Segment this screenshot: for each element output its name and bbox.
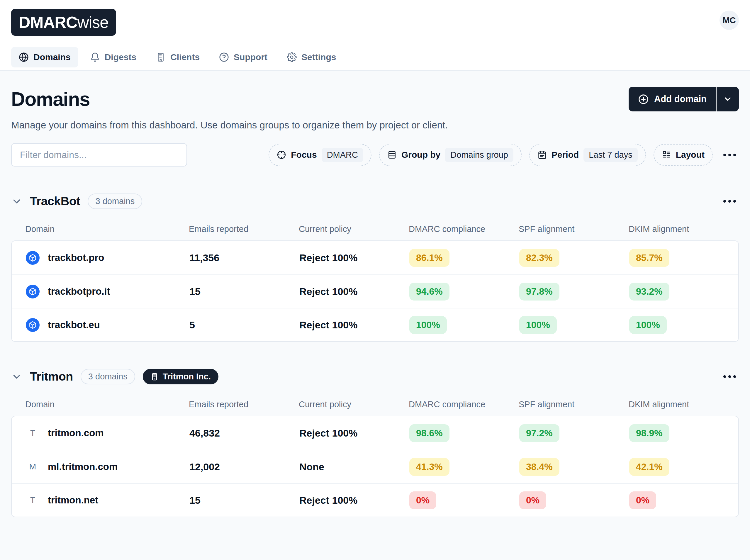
- group-name: TrackBot: [30, 194, 80, 208]
- rows-icon: [387, 150, 397, 160]
- controls-row: Focus DMARC Group by Domains group Perio…: [11, 143, 739, 166]
- dkim-alignment-badge: 98.9%: [629, 424, 669, 442]
- chevron-down-icon: [11, 196, 22, 207]
- tab-support[interactable]: Support: [211, 47, 275, 67]
- domain-letter-avatar: T: [26, 496, 40, 505]
- col-emails: Emails reported: [189, 400, 299, 409]
- ellipsis-icon: [723, 154, 726, 156]
- table-header-row: Domain Emails reported Current policy DM…: [11, 400, 739, 409]
- dkim-alignment-badge: 93.2%: [629, 283, 669, 301]
- dmarc-compliance-badge: 100%: [409, 316, 447, 334]
- building-icon: [150, 373, 159, 381]
- emails-reported: 46,832: [189, 427, 299, 439]
- domain-favicon-cube-icon: [26, 318, 40, 332]
- table-row[interactable]: M ml.tritmon.com 12,002 None 41.3% 38.4%…: [12, 450, 738, 483]
- layout-button[interactable]: Layout: [653, 144, 713, 166]
- tab-clients[interactable]: Clients: [148, 47, 207, 67]
- group-more-button[interactable]: [721, 197, 739, 205]
- table-row[interactable]: trackbot.pro 11,356 Reject 100% 86.1% 82…: [12, 241, 738, 275]
- current-policy: Reject 100%: [299, 286, 409, 297]
- emails-reported: 15: [189, 286, 299, 297]
- domain-name: trackbot.pro: [48, 252, 104, 263]
- domains-table: T tritmon.com 46,832 Reject 100% 98.6% 9…: [11, 416, 739, 517]
- col-domain: Domain: [25, 400, 189, 409]
- col-dmarc: DMARC compliance: [409, 224, 519, 234]
- period-button[interactable]: Period Last 7 days: [529, 144, 646, 166]
- table-row[interactable]: trackbotpro.it 15 Reject 100% 94.6% 97.8…: [12, 275, 738, 308]
- tab-label: Domains: [34, 52, 70, 62]
- domains-group-tritmon: Tritmon 3 domains Tritmon Inc. Domain Em…: [11, 369, 739, 517]
- brand-logo[interactable]: DMARCwise: [11, 9, 116, 36]
- col-spf: SPF alignment: [519, 224, 629, 234]
- spf-alignment-badge: 97.8%: [519, 283, 560, 301]
- group-by-button[interactable]: Group by Domains group: [379, 144, 522, 166]
- domain-name: ml.tritmon.com: [48, 461, 118, 472]
- emails-reported: 11,356: [189, 252, 299, 264]
- dkim-alignment-badge: 42.1%: [629, 458, 669, 476]
- current-policy: Reject 100%: [299, 495, 409, 506]
- ellipsis-icon: [723, 375, 726, 378]
- group-more-button[interactable]: [721, 372, 739, 381]
- focus-value: DMARC: [322, 148, 363, 162]
- collapse-group-button[interactable]: [11, 371, 22, 382]
- user-avatar[interactable]: MC: [719, 11, 739, 30]
- focus-filter-button[interactable]: Focus DMARC: [268, 144, 371, 166]
- bell-icon: [90, 52, 100, 62]
- current-policy: Reject 100%: [299, 319, 409, 331]
- dmarc-compliance-badge: 86.1%: [409, 249, 449, 267]
- emails-reported: 12,002: [189, 461, 299, 473]
- domain-favicon-cube-icon: [26, 251, 40, 265]
- table-row[interactable]: trackbot.eu 5 Reject 100% 100% 100% 100%: [12, 308, 738, 341]
- calendar-icon: [538, 150, 547, 160]
- current-policy: Reject 100%: [299, 427, 409, 439]
- domain-letter-avatar: M: [26, 462, 40, 472]
- current-policy: None: [299, 461, 409, 473]
- col-dmarc: DMARC compliance: [409, 400, 519, 409]
- more-options-button[interactable]: [721, 151, 739, 159]
- brand-logo-bold: DMARC: [19, 13, 77, 32]
- col-dkim: DKIM alignment: [629, 400, 739, 409]
- tab-domains[interactable]: Domains: [11, 47, 78, 67]
- app-header: DMARCwise MC Domains Digests Clients Sup…: [0, 0, 750, 71]
- spf-alignment-badge: 97.2%: [519, 424, 560, 442]
- chevron-down-icon: [11, 371, 22, 382]
- page-subtitle: Manage your domains from this dashboard.…: [11, 120, 739, 131]
- globe-icon: [19, 52, 29, 62]
- tab-label: Digests: [105, 52, 136, 62]
- layout-list-icon: [662, 150, 671, 160]
- dkim-alignment-badge: 85.7%: [629, 249, 669, 267]
- domain-letter-avatar: T: [26, 428, 40, 438]
- organization-name: Tritmon Inc.: [163, 372, 211, 381]
- spf-alignment-badge: 38.4%: [519, 458, 560, 476]
- collapse-group-button[interactable]: [11, 196, 22, 207]
- main-content: Domains Add domain Manage your domains f…: [0, 87, 750, 517]
- add-domain-split-button: Add domain: [629, 87, 739, 112]
- add-domain-button[interactable]: Add domain: [629, 87, 716, 112]
- group-by-label: Group by: [401, 150, 440, 160]
- col-dkim: DKIM alignment: [629, 224, 739, 234]
- dmarc-compliance-badge: 94.6%: [409, 283, 449, 301]
- spf-alignment-badge: 100%: [519, 316, 557, 334]
- tab-settings[interactable]: Settings: [279, 47, 344, 67]
- dmarc-compliance-badge: 98.6%: [409, 424, 449, 442]
- tab-label: Settings: [301, 52, 336, 62]
- dmarc-compliance-badge: 0%: [409, 492, 436, 509]
- dmarc-compliance-badge: 41.3%: [409, 458, 449, 476]
- table-row[interactable]: T tritmon.com 46,832 Reject 100% 98.6% 9…: [12, 416, 738, 450]
- domain-name: trackbot.eu: [48, 319, 100, 331]
- ellipsis-icon: [723, 200, 726, 203]
- main-nav: Domains Digests Clients Support Settings: [11, 47, 739, 71]
- tab-label: Support: [234, 52, 267, 62]
- emails-reported: 15: [189, 495, 299, 506]
- group-by-value: Domains group: [445, 148, 513, 162]
- tab-digests[interactable]: Digests: [82, 47, 144, 67]
- brand-logo-light: wise: [77, 13, 108, 32]
- building-icon: [156, 52, 166, 62]
- page-title: Domains: [11, 88, 90, 110]
- domain-name: trackbotpro.it: [48, 286, 110, 297]
- add-domain-menu-button[interactable]: [716, 87, 739, 112]
- filter-domains-input[interactable]: [11, 143, 187, 166]
- organization-badge: Tritmon Inc.: [143, 369, 219, 384]
- table-row[interactable]: T tritmon.net 15 Reject 100% 0% 0% 0%: [12, 483, 738, 517]
- col-policy: Current policy: [299, 224, 409, 234]
